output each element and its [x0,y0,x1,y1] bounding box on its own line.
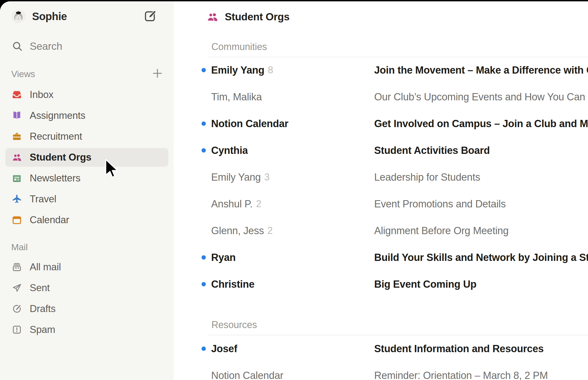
calendar-icon [12,215,22,225]
briefcase-icon [12,131,22,142]
thread-count: 3 [264,172,270,183]
email-row[interactable]: Emily Yang 3 Leadership for Students [174,164,588,191]
unread-dot-icon [202,282,206,286]
unread-dot-icon [202,347,206,351]
email-row[interactable]: Christine Big Event Coming Up [174,271,588,298]
email-sender: Notion Calendar [211,370,283,380]
sidebar-item-label: Travel [30,193,56,205]
add-view-button[interactable] [151,67,164,79]
newspaper-icon [12,173,22,183]
email-sender: Cynthia [211,145,248,156]
sidebar-item-label: Calendar [30,214,69,226]
sidebar-item-newsletters[interactable]: Newsletters [5,169,168,188]
views-section-header: Views [11,68,35,80]
sidebar-item-drafts[interactable]: Drafts [5,299,168,318]
email-sender: Tim, Malika [211,91,262,103]
search-button[interactable]: Search [12,39,62,54]
spam-icon [12,325,22,335]
section-header-communities: Communities [211,40,267,54]
email-subject: Student Information and Resources [374,343,544,355]
email-sender: Emily Yang [211,172,261,183]
thread-count: 2 [267,225,273,236]
email-subject: Reminder: Orientation – March 8, 2 PM [374,370,548,380]
email-row[interactable]: Josef Student Information and Resources [174,335,588,362]
email-row[interactable]: Anshul P. 2 Event Promotions and Details [174,191,588,217]
sidebar-item-spam[interactable]: Spam [5,320,168,339]
drafts-icon [12,304,22,314]
email-sender: Josef [211,343,237,355]
people-icon [207,11,218,23]
sidebar-item-inbox[interactable]: Inbox [5,85,168,104]
sidebar-item-label: Assignments [30,110,86,121]
sidebar-item-label: Newsletters [30,173,80,184]
page-title: Student Orgs [225,11,289,23]
sidebar-item-student-orgs[interactable]: Student Orgs [5,148,168,167]
email-sender: Anshul P. [211,198,253,210]
section-header-resources: Resources [211,318,257,332]
email-sender: Ryan [211,252,236,263]
email-sender: Emily Yang [211,64,264,76]
sidebar-item-label: Spam [30,324,55,335]
email-sender: Glenn, Jess [211,225,264,237]
email-row[interactable]: Cynthia Student Activities Board [174,137,588,164]
account-switcher[interactable]: Sophie [12,9,166,24]
view-header: Student Orgs [207,9,289,24]
sidebar-item-recruitment[interactable]: Recruitment [5,127,168,146]
email-sender: Notion Calendar [211,118,288,130]
sidebar: Sophie Search View [0,1,174,380]
sidebar-item-label: All mail [30,261,61,273]
unread-dot-icon [202,255,206,260]
sidebar-item-label: Sent [30,282,50,294]
compose-icon[interactable] [144,10,157,22]
views-nav-list: Inbox Assignments Recruitment Student Or… [0,85,174,231]
email-subject: Big Event Coming Up [374,279,477,290]
email-row[interactable]: Glenn, Jess 2 Alignment Before Org Meeti… [174,217,588,244]
airplane-icon [12,194,22,204]
sidebar-item-label: Inbox [30,89,53,100]
email-rows-communities: Emily Yang 8 Join the Movement – Make a … [174,57,588,298]
thread-count: 8 [268,64,273,76]
email-row[interactable]: Emily Yang 8 Join the Movement – Make a … [174,57,588,83]
email-row[interactable]: Tim, Malika Our Club’s Upcoming Events a… [174,83,588,110]
unread-dot-icon [202,68,206,72]
avatar [12,10,25,23]
search-label: Search [30,40,62,52]
search-icon [12,41,23,52]
open-book-icon [12,111,22,121]
mail-nav-list: All mail Sent Drafts Spam [0,258,174,341]
email-subject: Build Your Skills and Network by Joining… [374,252,588,263]
user-name: Sophie [32,10,67,22]
unread-dot-icon [202,121,206,126]
unread-dot-icon [202,148,206,153]
email-subject: Student Activities Board [374,145,490,156]
sidebar-item-assignments[interactable]: Assignments [5,106,168,125]
sidebar-item-all-mail[interactable]: All mail [5,258,168,276]
email-subject: Get Involved on Campus – Join a Club and… [374,118,588,130]
all-mail-icon [12,262,22,272]
sidebar-item-label: Recruitment [30,131,82,142]
email-list-pane: Student Orgs Communities Emily Yang 8 Jo… [174,1,588,380]
email-subject: Join the Movement – Make a Difference wi… [374,64,588,76]
people-icon [12,152,22,162]
sidebar-item-label: Drafts [30,303,56,314]
mail-app-window: Sophie Search View [0,1,588,380]
sidebar-item-travel[interactable]: Travel [5,190,168,208]
send-icon [12,283,22,293]
email-subject: Alignment Before Org Meeting [374,225,509,237]
sidebar-item-calendar[interactable]: Calendar [5,211,168,229]
email-subject: Our Club’s Upcoming Events and How You C… [374,91,588,103]
email-sender: Christine [211,279,254,290]
email-rows-resources: Josef Student Information and Resources … [174,335,588,380]
email-row[interactable]: Notion Calendar Reminder: Orientation – … [174,362,588,380]
sidebar-item-sent[interactable]: Sent [5,279,168,297]
email-row[interactable]: Notion Calendar Get Involved on Campus –… [174,110,588,137]
mail-section-header: Mail [11,241,28,253]
sidebar-item-label: Student Orgs [30,152,91,163]
app-page: Sophie Search View [0,0,588,380]
email-subject: Event Promotions and Details [374,198,506,210]
thread-count: 2 [256,198,261,210]
email-row[interactable]: Ryan Build Your Skills and Network by Jo… [174,244,588,271]
email-subject: Leadership for Students [374,172,480,183]
inbox-icon [12,90,22,100]
